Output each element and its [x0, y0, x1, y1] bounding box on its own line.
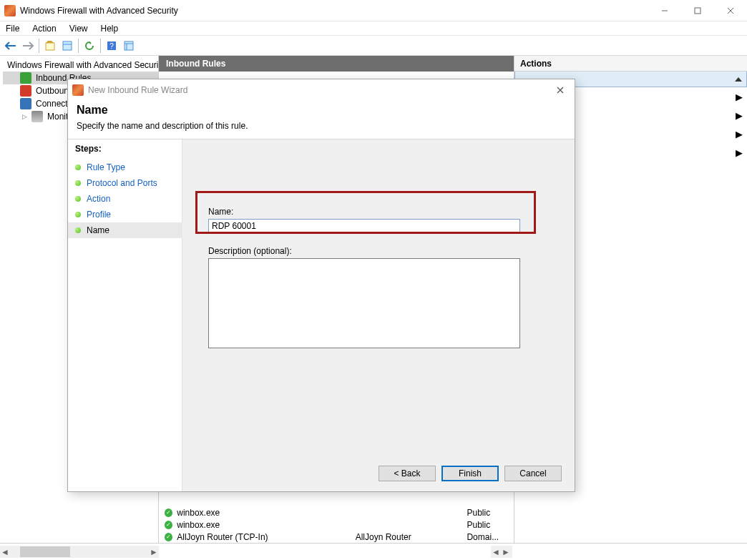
dialog-title: New Inbound Rule Wizard — [88, 85, 187, 95]
bullet-icon — [75, 164, 81, 170]
up-button[interactable] — [42, 38, 58, 54]
check-icon: ✓ — [165, 521, 172, 529]
expander-icon[interactable]: ▷ — [20, 112, 29, 121]
actions-header-label: Actions — [520, 59, 552, 69]
svg-rect-9 — [125, 41, 133, 50]
connection-icon — [20, 98, 31, 109]
step-protocol-ports[interactable]: Protocol and Ports — [75, 175, 182, 191]
dialog-close-button[interactable] — [550, 82, 570, 98]
rule-group: AllJoyn Router — [356, 532, 463, 542]
outbound-icon — [20, 85, 31, 97]
menu-action[interactable]: Action — [32, 24, 56, 34]
dialog-heading: Name — [77, 104, 566, 117]
step-label: Action — [87, 194, 110, 204]
bullet-icon — [75, 196, 81, 202]
collapse-icon[interactable] — [735, 77, 742, 82]
chevron-right-icon: ▶ — [736, 147, 743, 158]
steps-column: Steps: Rule Type Protocol and Ports Acti… — [68, 139, 182, 491]
maximize-button[interactable] — [681, 0, 714, 21]
rule-name: winbox.exe — [177, 508, 351, 518]
actions-header: Actions — [514, 56, 747, 72]
scroll-left-icon[interactable]: ◄ — [0, 547, 10, 557]
tree-root-label: Windows Firewall with Advanced Security — [7, 60, 159, 70]
svg-text:?: ? — [109, 42, 114, 50]
forward-button[interactable] — [20, 38, 36, 54]
step-label: Rule Type — [87, 162, 125, 172]
finish-button[interactable]: Finish — [441, 466, 499, 481]
properties-button[interactable] — [121, 38, 137, 54]
form-column: Name: Description (optional): < Back Fin… — [182, 139, 575, 491]
menu-help[interactable]: Help — [101, 24, 119, 34]
cancel-button[interactable]: Cancel — [504, 466, 562, 481]
help-button[interactable]: ? — [104, 38, 119, 54]
rules-hscrollbar[interactable]: ◄ ► — [491, 546, 512, 558]
scroll-left-icon[interactable]: ◄ — [491, 546, 501, 558]
rule-profile: Public — [467, 508, 514, 518]
rule-name: winbox.exe — [177, 520, 351, 530]
toolbar-separator — [100, 39, 101, 53]
step-name[interactable]: Name — [68, 222, 182, 238]
svg-rect-1 — [695, 8, 700, 14]
name-label: Name: — [208, 207, 562, 217]
close-button[interactable] — [714, 0, 747, 21]
firewall-icon — [72, 84, 84, 96]
dialog-buttons: < Back Finish Cancel — [379, 466, 562, 481]
description-label: Description (optional): — [208, 246, 562, 256]
name-input[interactable] — [208, 219, 520, 233]
back-button[interactable]: < Back — [379, 466, 436, 481]
back-button[interactable] — [3, 38, 19, 54]
rules-header: Inbound Rules — [159, 56, 514, 72]
description-textarea[interactable] — [208, 258, 520, 348]
titlebar: Windows Firewall with Advanced Security — [0, 0, 747, 21]
bullet-icon — [75, 227, 81, 233]
window-controls — [648, 0, 747, 21]
toolbar: ? — [0, 36, 747, 56]
dialog-header: Name Specify the name and description of… — [68, 101, 575, 139]
new-rule-wizard-dialog: New Inbound Rule Wizard Name Specify the… — [67, 79, 575, 492]
rule-profile: Public — [467, 520, 514, 530]
svg-rect-4 — [46, 43, 54, 50]
bullet-icon — [75, 180, 81, 186]
view-button[interactable] — [59, 38, 75, 54]
firewall-icon — [4, 5, 16, 16]
minimize-button[interactable] — [648, 0, 681, 21]
refresh-button[interactable] — [82, 38, 97, 54]
toolbar-separator — [39, 39, 39, 53]
step-profile[interactable]: Profile — [75, 207, 182, 222]
step-rule-type[interactable]: Rule Type — [75, 159, 182, 175]
toolbar-separator — [78, 39, 79, 53]
chevron-right-icon: ▶ — [736, 92, 743, 102]
rule-profile: Domai... — [467, 532, 514, 542]
step-action[interactable]: Action — [75, 191, 182, 207]
scroll-right-icon[interactable]: ► — [501, 546, 511, 558]
dialog-titlebar[interactable]: New Inbound Rule Wizard — [68, 79, 575, 101]
dialog-body: Steps: Rule Type Protocol and Ports Acti… — [68, 139, 575, 491]
check-icon: ✓ — [165, 509, 172, 517]
step-label: Protocol and Ports — [87, 178, 157, 188]
window-title: Windows Firewall with Advanced Security — [20, 6, 178, 16]
monitoring-icon — [31, 111, 43, 122]
dialog-subheading: Specify the name and description of this… — [77, 121, 566, 131]
statusbar: ◄ ► ◄ ► — [0, 543, 747, 560]
menu-view[interactable]: View — [69, 24, 88, 34]
inbound-icon — [20, 72, 31, 84]
rule-name: AllJoyn Router (TCP-In) — [177, 532, 351, 542]
step-label: Name — [87, 225, 109, 235]
menu-file[interactable]: File — [6, 24, 19, 34]
rules-list: ✓ winbox.exe Public ✓ winbox.exe Public … — [159, 506, 514, 543]
rule-row[interactable]: ✓ winbox.exe Public — [159, 519, 514, 531]
menubar: File Action View Help — [0, 21, 747, 36]
tree-root-node[interactable]: Windows Firewall with Advanced Security — [3, 59, 158, 72]
chevron-right-icon: ▶ — [736, 129, 743, 139]
rule-row[interactable]: ✓ AllJoyn Router (TCP-In) AllJoyn Router… — [159, 531, 514, 543]
tree-hscrollbar[interactable]: ◄ ► — [0, 546, 159, 558]
rule-row[interactable]: ✓ winbox.exe Public — [159, 506, 514, 519]
svg-rect-5 — [63, 41, 72, 50]
scroll-thumb[interactable] — [20, 546, 70, 557]
scroll-right-icon[interactable]: ► — [149, 547, 159, 557]
steps-label: Steps: — [75, 144, 182, 154]
check-icon: ✓ — [165, 533, 172, 541]
chevron-right-icon: ▶ — [736, 110, 743, 121]
step-label: Profile — [87, 210, 111, 220]
bullet-icon — [75, 212, 81, 217]
